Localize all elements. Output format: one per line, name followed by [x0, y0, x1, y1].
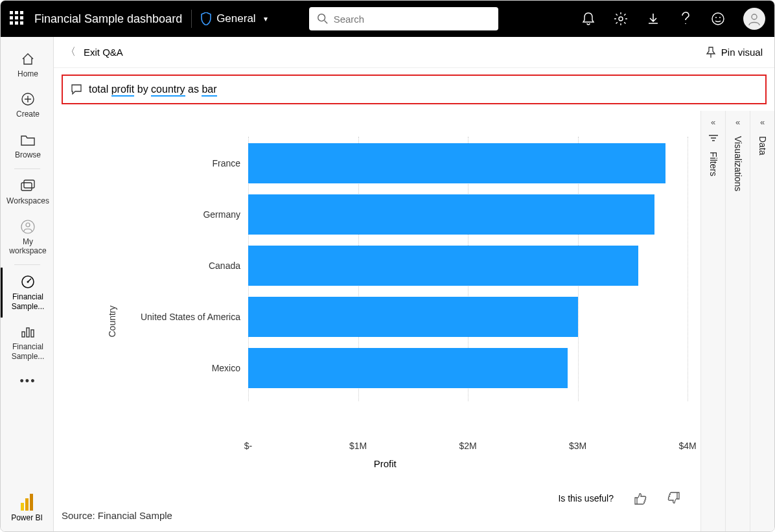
bar-row[interactable]: Germany [248, 194, 654, 235]
x-tick-label: $2M [459, 441, 476, 451]
pin-icon [706, 47, 716, 58]
thumbs-down-button[interactable] [667, 491, 681, 505]
powerbi-brand[interactable]: Power BI [11, 494, 43, 522]
visualizations-pane-collapsed[interactable]: « Visualizations [725, 111, 750, 531]
chevron-down-icon: ▾ [264, 14, 268, 23]
thumbs-up-button[interactable] [633, 491, 647, 505]
nav-separator [14, 264, 40, 265]
search-icon [317, 13, 329, 25]
bar-row[interactable]: United States of America [248, 297, 578, 337]
bar [248, 194, 654, 235]
download-icon[interactable] [646, 12, 660, 26]
bar-category-label: Germany [59, 209, 240, 220]
classification-label: General [216, 12, 255, 25]
notifications-icon[interactable] [581, 12, 596, 26]
user-avatar[interactable] [743, 8, 765, 30]
bar [248, 297, 578, 337]
nav-more[interactable]: ••• [1, 367, 53, 396]
qna-query-text: total profit by country as bar [89, 84, 217, 95]
nav-home[interactable]: Home [1, 45, 53, 85]
collapse-chevron-icon: « [735, 117, 740, 127]
page-title: Financial Sample dashboard [34, 12, 182, 26]
svg-point-4 [715, 17, 717, 18]
svg-point-11 [26, 223, 30, 227]
nav-financial-report[interactable]: Financial Sample... [1, 318, 53, 367]
powerbi-logo-icon [21, 494, 34, 511]
back-button[interactable]: 〈 [65, 45, 76, 59]
svg-point-6 [752, 14, 757, 19]
x-tick-label: $- [244, 441, 252, 451]
feedback-face-icon[interactable] [711, 12, 725, 26]
feedback-row: Is this useful? [558, 491, 681, 505]
bar-category-label: Canada [59, 260, 240, 271]
right-panes: « Filters « Visualizations « Data [700, 111, 774, 531]
folder-icon [20, 132, 36, 148]
ellipsis-icon: ••• [20, 374, 36, 389]
classification-dropdown[interactable]: General ▾ [201, 12, 267, 25]
useful-label: Is this useful? [558, 493, 614, 503]
bar [248, 246, 638, 286]
bar-row[interactable]: Canada [248, 246, 638, 286]
filters-icon [708, 133, 719, 143]
chart-source: Source: Financial Sample [62, 510, 172, 521]
settings-gear-icon[interactable] [614, 12, 628, 26]
bar-row[interactable]: France [248, 143, 665, 183]
breadcrumb-bar: 〈 Exit Q&A Pin visual [54, 37, 774, 68]
x-axis-ticks: $-$1M$2M$3M$4M [248, 441, 688, 454]
bar [248, 348, 568, 388]
search-box[interactable] [309, 7, 498, 30]
x-tick-label: $1M [349, 441, 367, 451]
top-bar: Financial Sample dashboard General ▾ [1, 1, 774, 37]
x-tick-label: $3M [569, 441, 586, 451]
create-icon [20, 91, 36, 107]
collapse-chevron-icon: « [711, 117, 715, 127]
bar-row[interactable]: Mexico [248, 348, 568, 388]
chart-canvas: Country FranceGermanyCanadaUnited States… [54, 111, 700, 531]
home-icon [20, 51, 36, 67]
bar-category-label: France [59, 158, 240, 168]
person-circle-icon [20, 219, 36, 235]
help-icon[interactable] [678, 12, 693, 26]
bar-plot: FranceGermanyCanadaUnited States of Amer… [248, 143, 688, 388]
svg-rect-8 [21, 183, 32, 191]
shield-icon [201, 12, 211, 25]
divider [191, 10, 192, 28]
search-input[interactable] [334, 14, 491, 25]
svg-point-3 [712, 13, 724, 25]
bar [248, 143, 665, 183]
svg-point-0 [318, 14, 325, 21]
app-launcher-icon[interactable] [10, 11, 25, 27]
nav-browse[interactable]: Browse [1, 126, 53, 166]
bar-chart-icon [20, 324, 36, 340]
collapse-chevron-icon: « [760, 117, 765, 127]
x-tick-label: $4M [678, 441, 696, 451]
svg-line-1 [324, 21, 327, 24]
svg-rect-9 [24, 180, 34, 188]
nav-create[interactable]: Create [1, 85, 53, 125]
data-pane-collapsed[interactable]: « Data [750, 111, 774, 531]
svg-rect-16 [31, 330, 34, 337]
nav-financial-dashboard[interactable]: Financial Sample... [1, 268, 53, 318]
svg-rect-14 [22, 332, 25, 337]
exit-qna-link[interactable]: Exit Q&A [84, 47, 123, 58]
bar-category-label: Mexico [59, 363, 240, 373]
svg-point-5 [719, 17, 721, 18]
main-content: 〈 Exit Q&A Pin visual total profit by co… [54, 37, 774, 531]
workspaces-icon [20, 178, 36, 194]
nav-my-workspace[interactable]: My workspace [1, 213, 53, 262]
left-nav: Home Create Browse Workspaces My workspa… [1, 37, 54, 531]
gauge-icon [20, 274, 36, 290]
svg-point-2 [619, 17, 623, 21]
svg-rect-15 [27, 328, 29, 337]
chat-bubble-icon [71, 84, 82, 95]
x-axis-label: Profit [374, 458, 397, 469]
nav-separator [14, 168, 40, 169]
svg-point-13 [27, 281, 29, 283]
pin-visual-button[interactable]: Pin visual [706, 47, 763, 58]
bar-category-label: United States of America [59, 312, 240, 322]
filters-pane-collapsed[interactable]: « Filters [700, 111, 725, 531]
nav-workspaces[interactable]: Workspaces [1, 172, 53, 212]
qna-input-bar[interactable]: total profit by country as bar [62, 75, 767, 104]
